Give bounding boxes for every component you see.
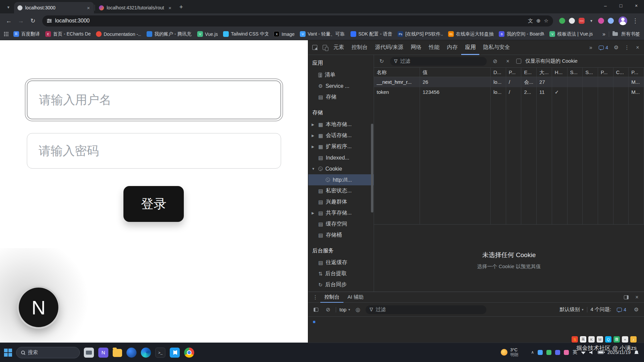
login-button[interactable]: 登录 <box>123 186 184 222</box>
chevron-right-icon[interactable]: ▶ <box>312 211 314 215</box>
cookie-row[interactable]: token 123456 lo... / 2... 11 ✓ M... <box>374 87 644 97</box>
chevron-down-icon[interactable]: ▼ <box>312 167 315 171</box>
column-header[interactable]: P... <box>506 68 522 77</box>
sidebar-section-title[interactable]: 存储 <box>308 106 374 119</box>
taskbar-app-edge[interactable] <box>141 348 151 358</box>
bookmark-item[interactable]: 百百度翻译 <box>13 31 40 37</box>
extension-icon[interactable] <box>559 18 565 24</box>
bookmark-star-icon[interactable]: ☆ <box>544 18 548 24</box>
console-settings-icon[interactable]: ⚙ <box>632 305 641 314</box>
tab-memory[interactable]: 内存 <box>443 40 461 55</box>
tab-elements[interactable]: 元素 <box>330 40 348 55</box>
close-tab-icon[interactable]: × <box>86 5 91 11</box>
browser-menu-button[interactable]: ⋮ <box>630 15 641 26</box>
tab-privacy[interactable]: 隐私与安全 <box>479 40 514 55</box>
sidebar-item-cookie-origin[interactable]: http://l... <box>308 174 374 185</box>
close-drawer-icon[interactable]: × <box>632 292 642 302</box>
sidebar-section-title[interactable]: 应用 <box>308 56 374 69</box>
sidebar-item-private-state-tokens[interactable]: ▤私密状态... <box>308 185 374 196</box>
devtools-menu-icon[interactable]: ⋮ <box>622 43 632 53</box>
sidebar-item-interest-groups[interactable]: ▤兴趣群体 <box>308 196 374 207</box>
console-levels-selector[interactable]: 默认级别 ▾ <box>559 306 583 313</box>
tab-network[interactable]: 网络 <box>407 40 425 55</box>
extension-icon[interactable] <box>598 18 604 24</box>
taskbar-app-vscode[interactable] <box>170 348 180 358</box>
tab-application[interactable]: 应用 <box>461 40 479 55</box>
weather-widget[interactable]: 3°C 明朗 <box>501 348 518 357</box>
sidebar-item-bfcache[interactable]: ▤往返缓存 <box>308 257 374 268</box>
address-bar[interactable]: localhost:3000 文 ⊕ ☆ <box>42 15 553 26</box>
bookmark-item[interactable]: Ps[在线PS] PS软件... <box>397 31 443 37</box>
column-header[interactable]: H... <box>552 68 568 77</box>
bookmark-item[interactable]: VVue.js <box>197 31 218 37</box>
close-tab-icon[interactable]: × <box>168 5 172 11</box>
bookmark-item[interactable]: 01在线幸运大转盘抽奖 <box>448 31 493 37</box>
bookmark-item[interactable]: Documentation -... <box>96 31 141 37</box>
sidebar-section-title[interactable]: 后台服务 <box>308 244 374 257</box>
console-tab-ai[interactable]: AI 辅助 <box>343 292 368 303</box>
bookmark-item[interactable]: E首页 - ECharts De... <box>45 31 91 37</box>
chevron-right-icon[interactable]: ▶ <box>312 134 314 137</box>
taskbar-app-terminal[interactable] <box>155 348 165 358</box>
all-bookmarks-label[interactable]: 所有书签 <box>621 31 640 37</box>
bookmark-item[interactable]: B我的空间 - BoardMix <box>499 31 544 37</box>
bookmark-item[interactable]: V模板语法 | Vue.js <box>549 31 593 37</box>
taskbar-app-explorer[interactable] <box>113 349 122 357</box>
refresh-icon[interactable]: ↻ <box>377 57 386 66</box>
inspect-element-button[interactable] <box>310 43 320 53</box>
site-settings-icon[interactable] <box>47 19 52 23</box>
column-header[interactable]: 名称 <box>374 68 420 77</box>
maximize-button[interactable]: □ <box>613 0 629 11</box>
tray-app-icon[interactable] <box>546 350 551 355</box>
column-header[interactable]: P... <box>629 68 644 77</box>
sidebar-item-cookies[interactable]: ▼Cookie <box>308 163 374 174</box>
sidebar-item-local-storage[interactable]: ▶▦本地存储... <box>308 119 374 130</box>
reload-button[interactable]: ↻ <box>28 15 38 26</box>
column-header[interactable]: C... <box>613 68 629 77</box>
column-header[interactable]: S... <box>583 68 598 77</box>
cookie-row[interactable]: __next_hmr_r... 26 lo... / 会... 27 M... <box>374 77 644 87</box>
password-input[interactable] <box>27 133 281 169</box>
tab-localhost-4321[interactable]: localhost:4321/tutorials/rout × <box>96 2 175 13</box>
close-window-button[interactable]: × <box>629 0 644 11</box>
extension-dropdown-icon[interactable]: ▾ <box>588 18 594 24</box>
bookmark-item[interactable]: VVant - 轻量、可靠... <box>300 31 345 37</box>
column-header[interactable]: D... <box>491 68 506 77</box>
clear-console-icon[interactable]: ⊘ <box>324 305 332 314</box>
cookie-filter-input[interactable]: ∇ 过滤 <box>390 57 487 66</box>
console-issues-label[interactable]: 4 个问题: <box>591 306 611 313</box>
sidebar-item-extension-storage[interactable]: ▶▦扩展程序... <box>308 141 374 152</box>
device-toolbar-button[interactable] <box>320 43 330 53</box>
sidebar-item-storage[interactable]: ▤存储 <box>308 92 374 103</box>
delete-cookie-icon[interactable]: × <box>503 57 512 66</box>
sidebar-item-indexeddb[interactable]: ▤Indexed... <box>308 152 374 163</box>
extension-icon[interactable] <box>569 18 575 24</box>
sidebar-item-shared-storage[interactable]: ▶▤共享存储... <box>308 207 374 219</box>
console-tab-console[interactable]: 控制台 <box>320 292 343 303</box>
profile-avatar[interactable] <box>619 16 627 25</box>
issues-badge[interactable]: 4 <box>596 44 610 52</box>
tray-chevron-icon[interactable]: ∧ <box>531 350 534 355</box>
devtools-settings-icon[interactable]: ⚙ <box>611 43 621 53</box>
sidebar-item-storage-buckets[interactable]: ▤存储桶 <box>308 230 374 241</box>
tray-app-icon[interactable] <box>564 350 569 355</box>
taskbar-app-window[interactable] <box>84 348 94 358</box>
eye-icon[interactable]: ◎ <box>354 305 362 314</box>
back-button[interactable]: ← <box>3 15 14 26</box>
translate-icon[interactable]: 文 <box>528 18 533 24</box>
taskbar-search[interactable]: 搜索 <box>16 347 80 358</box>
scrollbar-thumb[interactable] <box>371 124 373 213</box>
chevron-right-icon[interactable]: ▶ <box>312 145 314 148</box>
extension-icon[interactable]: — <box>579 18 585 24</box>
taskbar-app-notion[interactable] <box>98 348 108 358</box>
sidebar-item-session-storage[interactable]: ▶▦会话存储... <box>308 130 374 141</box>
sidebar-item-background-fetch[interactable]: ⇅后台提取 <box>308 268 374 279</box>
column-header[interactable]: 值 <box>420 68 491 77</box>
dock-panel-icon[interactable] <box>621 292 631 302</box>
sidebar-item-service-workers[interactable]: ⚙Service ... <box>308 80 374 92</box>
sidebar-item-manifest[interactable]: 清单 <box>308 69 374 80</box>
tab-performance[interactable]: 性能 <box>425 40 443 55</box>
forward-button[interactable]: → <box>15 15 26 26</box>
new-tab-button[interactable]: + <box>176 2 186 12</box>
tab-search-button[interactable]: ▾ <box>3 2 13 12</box>
